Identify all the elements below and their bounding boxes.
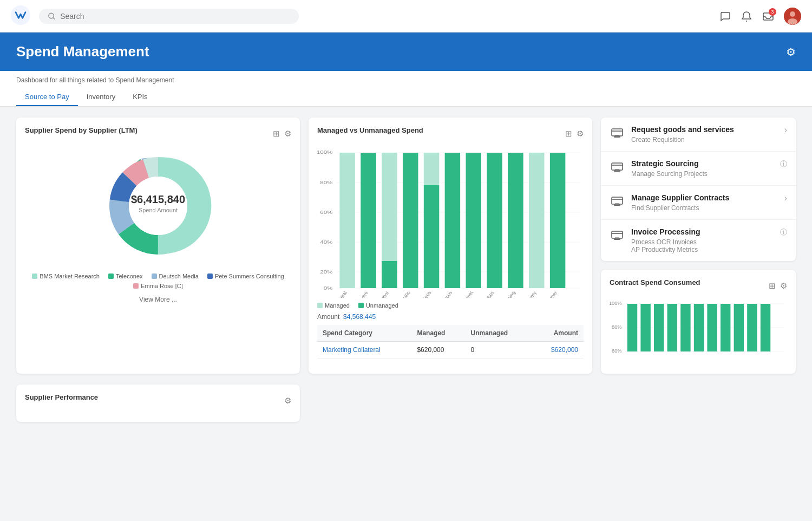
svg-rect-38 [508,153,523,288]
col-amount: Amount [532,325,584,342]
donut-label-text: Spend Amount [139,207,178,213]
avatar[interactable] [784,8,801,25]
svg-rect-60 [612,197,623,204]
svg-rect-77 [667,304,677,351]
svg-rect-34 [424,185,439,288]
svg-text:80%: 80% [320,180,332,185]
request-goods-content: Request goods and services Create Requis… [631,125,784,144]
svg-text:Office Supplies: Office Supplies [472,290,496,298]
contract-gear-icon[interactable]: ⚙ [780,281,787,291]
inbox-icon[interactable]: 3 [762,10,774,22]
legend-emma: Emma Rose [C] [133,283,183,289]
strategic-sourcing-content: Strategic Sourcing Manage Sourcing Proje… [631,159,780,178]
svg-line-2 [53,17,55,19]
request-goods-title: Request goods and services [631,125,784,134]
col-category: Spend Category [317,325,411,342]
contract-bar-chart: 100% 80% 60% [610,298,787,365]
svg-rect-83 [747,304,757,351]
nav-icons: 3 [719,8,801,25]
search-input[interactable] [60,12,290,21]
supplier-performance-card: Supplier Performance ⚙ [16,385,300,422]
svg-rect-36 [466,153,481,288]
legend-unmanaged: Unmanaged [358,302,398,309]
svg-rect-30 [382,153,397,261]
supplier-contracts-icon [610,193,625,209]
supplier-spend-card: Supplier Spend by Supplier (LTM) ⊞ ⚙ [16,118,300,374]
main-content: Supplier Spend by Supplier (LTM) ⊞ ⚙ [0,107,812,385]
svg-rect-56 [612,163,623,170]
svg-rect-35 [445,153,460,288]
donut-chart-title: Supplier Spend by Supplier (LTM) [25,126,137,134]
svg-text:Other: Other [546,291,559,298]
supplier-contracts-content: Manage Supplier Contracts Find Supplier … [631,193,784,212]
legend-deutsch: Deutsch Media [152,273,199,279]
managed-card-icons: ⊞ ⚙ [565,129,584,139]
notification-icon[interactable] [741,10,752,22]
search-bar[interactable] [39,9,299,24]
svg-rect-81 [721,304,730,351]
svg-rect-52 [612,129,623,136]
search-icon [48,12,56,21]
inbox-badge: 3 [769,8,776,16]
svg-point-1 [49,13,54,18]
svg-rect-75 [640,304,650,351]
svg-text:0%: 0% [324,285,333,291]
view-more-button[interactable]: View More ... [139,296,177,303]
action-invoice-processing[interactable]: Invoice Processing Process OCR Invoices … [601,220,796,261]
tab-kpis[interactable]: KPIs [124,88,156,106]
svg-rect-78 [680,304,690,351]
table-row: Marketing Collateral $620,000 0 $620,000 [317,342,584,359]
legend-pete: Pete Summers Consulting [207,273,284,279]
svg-rect-33 [424,153,439,185]
settings-icon[interactable]: ⚙ [786,45,796,58]
svg-rect-31 [382,261,397,288]
action-request-goods[interactable]: Request goods and services Create Requis… [601,118,796,152]
svg-rect-80 [707,304,717,351]
donut-gear-icon[interactable]: ⚙ [284,129,291,139]
managed-gear-icon[interactable]: ⚙ [577,129,584,139]
quick-actions-card: Request goods and services Create Requis… [601,118,796,261]
managed-settings-icon[interactable]: ⊞ [565,129,572,139]
supplier-perf-gear[interactable]: ⚙ [284,396,291,406]
donut-amount-text: $6,415,840 [131,193,185,205]
col-managed: Managed [411,325,465,342]
tab-inventory[interactable]: Inventory [78,88,124,106]
page-title: Spend Management [16,43,149,60]
svg-text:60%: 60% [612,348,621,354]
svg-rect-40 [550,153,565,288]
chart-legend: Managed Unmanaged [317,302,584,309]
svg-text:100%: 100% [317,149,332,155]
svg-text:Gas & Electric: Gas & Electric [389,290,412,298]
action-supplier-contracts[interactable]: Manage Supplier Contracts Find Supplier … [601,186,796,220]
svg-rect-76 [654,304,664,351]
col-unmanaged: Unmanaged [466,325,532,342]
tab-source-to-pay[interactable]: Source to Pay [16,88,78,106]
tabs: Source to Pay Inventory KPIs [16,88,796,106]
header-banner: Spend Management ⚙ [0,32,812,71]
category-cell[interactable]: Marketing Collateral [317,342,411,359]
svg-rect-32 [403,153,418,288]
supplier-contracts-subtitle: Find Supplier Contracts [631,204,784,212]
request-goods-subtitle: Create Requisition [631,136,784,144]
table-header-row: Spend Category Managed Unmanaged Amount [317,325,584,342]
invoice-processing-ocr[interactable]: Process OCR Invoices [631,238,780,246]
donut-overlay: $6,415,840 Spend Amount [99,146,218,265]
svg-rect-64 [612,231,623,238]
legend-teleconex: Teleconex [108,273,143,279]
request-goods-arrow: › [784,125,787,135]
logo[interactable] [11,5,30,27]
contract-card-icons: ⊞ ⚙ [769,281,787,291]
chat-icon[interactable] [719,10,731,22]
svg-rect-79 [694,304,704,351]
svg-point-7 [788,18,797,25]
invoice-processing-title: Invoice Processing [631,227,780,236]
legend-managed: Managed [317,302,350,309]
action-strategic-sourcing[interactable]: Strategic Sourcing Manage Sourcing Proje… [601,152,796,186]
supplier-perf-title: Supplier Performance [25,393,98,401]
contract-settings-icon[interactable]: ⊞ [769,281,776,291]
invoice-processing-ap[interactable]: AP Productivity Metrics [631,246,780,253]
strategic-sourcing-subtitle: Manage Sourcing Projects [631,170,780,178]
chart-settings-icon[interactable]: ⊞ [273,129,280,139]
svg-text:Marketing Collateral: Marketing Collateral [318,291,349,298]
svg-text:Contract Labor: Contract Labor [366,291,390,298]
